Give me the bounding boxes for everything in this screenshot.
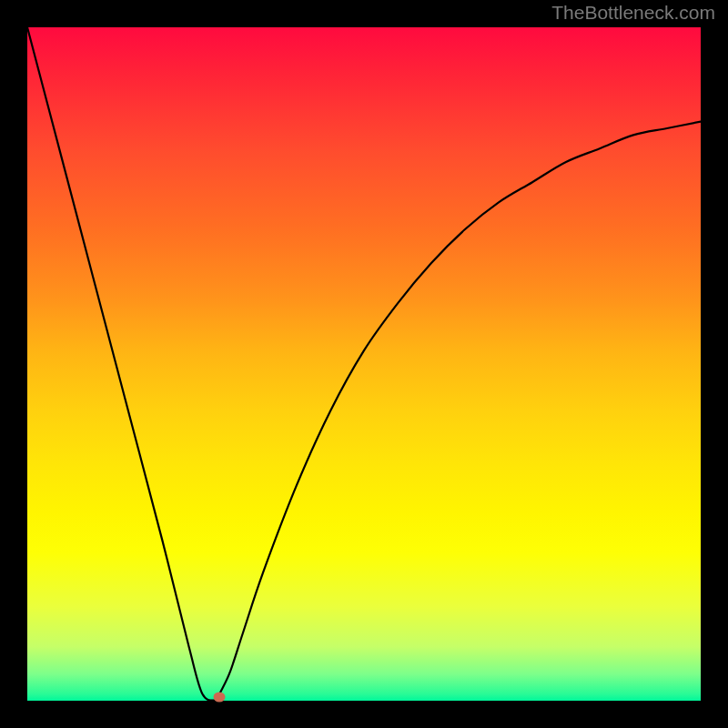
- chart-plot-area: [27, 27, 701, 701]
- watermark-text: TheBottleneck.com: [551, 2, 715, 24]
- bottleneck-curve: [27, 27, 701, 701]
- optimal-point-marker: [213, 692, 225, 702]
- chart-frame: TheBottleneck.com: [0, 0, 728, 728]
